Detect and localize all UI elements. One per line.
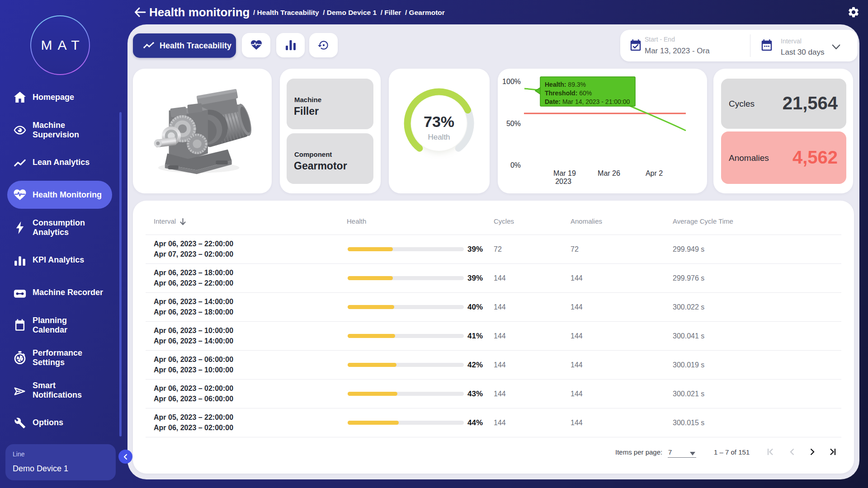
- svg-text:Threshold: 60%: Threshold: 60%: [545, 89, 592, 97]
- svg-text:Apr 2: Apr 2: [646, 169, 663, 177]
- svg-text:73%: 73%: [424, 113, 454, 130]
- svg-text:50%: 50%: [506, 120, 521, 127]
- svg-text:100%: 100%: [502, 78, 521, 85]
- svg-text:2023: 2023: [555, 178, 571, 185]
- svg-text:Mar 19: Mar 19: [553, 169, 576, 177]
- svg-text:Mar 26: Mar 26: [598, 169, 620, 177]
- svg-text:Health: Health: [428, 133, 450, 141]
- svg-text:0%: 0%: [510, 161, 521, 169]
- svg-text:Health: 89.3%: Health: 89.3%: [545, 81, 586, 88]
- svg-text:Date: Mar 14, 2023 - 21:00:00: Date: Mar 14, 2023 - 21:00:00: [545, 98, 630, 105]
